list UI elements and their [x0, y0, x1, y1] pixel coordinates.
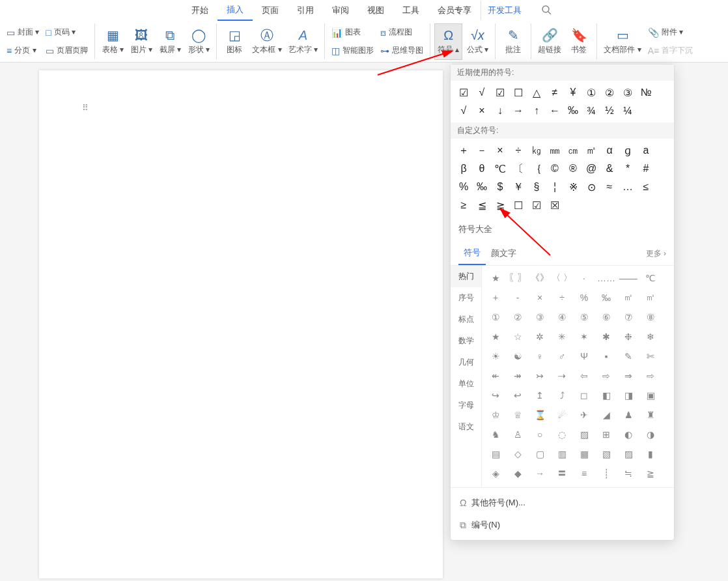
catalog-symbol[interactable]: ↞ [484, 366, 507, 386]
custom-symbol[interactable]: ® [564, 160, 582, 178]
catalog-symbol[interactable]: ㎥ [639, 288, 662, 307]
chart-button[interactable]: 📊图表 [329, 24, 376, 41]
numbering-button[interactable]: ⧉ 编号(N) [451, 514, 674, 536]
recent-symbol[interactable]: ¾ [582, 102, 600, 120]
custom-symbol[interactable]: ≥ [455, 196, 473, 214]
custom-symbol[interactable]: β [455, 160, 473, 178]
catalog-symbol[interactable]: + [484, 288, 507, 307]
custom-symbol[interactable]: × [491, 141, 509, 160]
category-item[interactable]: 序号 [451, 287, 481, 309]
catalog-symbol[interactable]: ≒ [617, 464, 639, 483]
catalog-symbol[interactable]: ‰ [595, 288, 617, 307]
recent-symbol[interactable]: ☐ [509, 83, 527, 102]
catalog-symbol[interactable]: · [573, 268, 595, 288]
custom-symbol[interactable]: ☐ [509, 196, 527, 214]
catalog-symbol[interactable]: - [507, 288, 529, 307]
recent-symbol[interactable]: ③ [619, 83, 637, 102]
recent-symbol[interactable]: ② [600, 83, 619, 102]
custom-symbol[interactable]: ℃ [491, 160, 509, 178]
recent-symbol[interactable]: ¥ [564, 83, 582, 102]
catalog-symbol[interactable]: ❄ [639, 327, 662, 347]
catalog-symbol[interactable]: ① [484, 307, 507, 327]
catalog-symbol[interactable]: ◻ [573, 386, 595, 405]
catalog-symbol[interactable]: ② [507, 307, 529, 327]
catalog-symbol[interactable]: ♔ [484, 405, 507, 425]
custom-symbol[interactable]: ≧ [491, 196, 509, 214]
catalog-symbol[interactable]: ☄ [551, 405, 573, 425]
catalog-symbol[interactable]: Ψ [573, 347, 595, 366]
category-item[interactable]: 单位 [451, 373, 481, 395]
catalog-symbol[interactable]: ◑ [639, 425, 662, 444]
custom-symbol[interactable]: # [637, 160, 655, 178]
custom-symbol[interactable]: § [527, 178, 546, 196]
picture-button[interactable]: 🖼图片 ▾ [128, 23, 155, 60]
catalog-symbol[interactable]: 〈 〉 [551, 268, 573, 288]
catalog-symbol[interactable]: ⇦ [573, 366, 595, 386]
recent-symbol[interactable]: ① [582, 83, 600, 102]
screenshot-button[interactable]: ⧉截屏 ▾ [156, 23, 184, 60]
catalog-symbol[interactable]: ⇢ [551, 366, 573, 386]
wordart-button[interactable]: A艺术字 ▾ [286, 23, 320, 60]
headerfooter-button[interactable]: ▭页眉页脚 [43, 42, 91, 59]
catalog-symbol[interactable]: ☀ [484, 347, 507, 366]
custom-symbol[interactable]: ɡ [619, 141, 637, 160]
custom-symbol[interactable]: θ [473, 160, 491, 178]
tab-page[interactable]: 页面 [253, 1, 288, 20]
catalog-symbol[interactable]: ○ [529, 425, 551, 444]
catalog-symbol[interactable]: ♜ [639, 405, 662, 425]
recent-symbol[interactable]: ☑ [455, 83, 473, 102]
catalog-symbol[interactable]: ≧ [639, 464, 662, 483]
catalog-symbol[interactable]: ▢ [529, 444, 551, 464]
category-item[interactable]: 字母 [451, 395, 481, 416]
recent-symbol[interactable]: × [473, 102, 491, 120]
catalog-symbol[interactable]: ↣ [529, 366, 551, 386]
docparts-button[interactable]: ▭文档部件 ▾ [601, 23, 643, 60]
catalog-symbol[interactable]: ★ [484, 327, 507, 347]
recent-symbol[interactable]: ≠ [546, 83, 564, 102]
category-item[interactable]: 热门 [451, 266, 481, 287]
catalog-symbol[interactable]: ↥ [529, 386, 551, 405]
drag-handle-icon[interactable]: ⠿ [82, 103, 89, 113]
custom-symbol[interactable]: － [473, 141, 491, 160]
custom-symbol[interactable]: … [619, 178, 637, 196]
recent-symbol[interactable]: ☑ [491, 83, 509, 102]
custom-symbol[interactable]: ＋ [455, 141, 473, 160]
catalog-symbol[interactable]: ⇒ [617, 366, 639, 386]
bookmark-button[interactable]: 🔖书签 [565, 23, 593, 60]
catalog-symbol[interactable]: % [573, 288, 595, 307]
catalog-symbol[interactable]: ▮ [639, 444, 662, 464]
catalog-symbol[interactable]: ♕ [507, 405, 529, 425]
catalog-symbol[interactable]: ③ [529, 307, 551, 327]
category-item[interactable]: 语文 [451, 416, 481, 438]
catalog-symbol[interactable]: ✈ [573, 405, 595, 425]
more-link[interactable]: 更多 › [646, 248, 666, 259]
tab-start[interactable]: 开始 [182, 1, 217, 20]
catalog-symbol[interactable]: ⊞ [595, 425, 617, 444]
textbox-button[interactable]: Ⓐ文本框 ▾ [249, 23, 284, 60]
comment-button[interactable]: ✎批注 [499, 23, 527, 60]
catalog-symbol[interactable]: ♞ [484, 425, 507, 444]
catalog-symbol[interactable]: ▪ [595, 347, 617, 366]
recent-symbol[interactable]: ↓ [491, 102, 509, 120]
catalog-symbol[interactable]: ▦ [573, 444, 595, 464]
tab-devtools[interactable]: 开发工具 [481, 1, 531, 20]
catalog-symbol[interactable]: ✲ [529, 327, 551, 347]
catalog-symbol[interactable]: ◨ [617, 386, 639, 405]
shape-button[interactable]: ◯形状 ▾ [185, 23, 212, 60]
popup-tab-emoji[interactable]: 颜文字 [486, 242, 522, 264]
catalog-symbol[interactable]: ⇨ [639, 366, 662, 386]
catalog-symbol[interactable]: …… [595, 268, 617, 288]
custom-symbol[interactable]: ≦ [473, 196, 491, 214]
catalog-symbol[interactable]: —— [617, 268, 639, 288]
tab-view[interactable]: 视图 [358, 1, 393, 20]
catalog-symbol[interactable]: ⇨ [595, 366, 617, 386]
catalog-symbol[interactable]: ☯ [507, 347, 529, 366]
catalog-symbol[interactable]: × [529, 288, 551, 307]
custom-symbol[interactable]: ㎏ [527, 141, 546, 160]
catalog-symbol[interactable]: ◧ [595, 386, 617, 405]
catalog-grid-wrap[interactable]: ★〖〗《》〈 〉·……——℃+-×÷%‰㎡㎥①②③④⑤⑥⑦⑧★☆✲✳✶✱❉❄☀☯… [482, 266, 674, 487]
catalog-symbol[interactable]: ▨ [573, 425, 595, 444]
custom-symbol[interactable]: © [546, 160, 564, 178]
tab-member[interactable]: 会员专享 [428, 1, 481, 20]
catalog-symbol[interactable]: ↩ [507, 386, 529, 405]
